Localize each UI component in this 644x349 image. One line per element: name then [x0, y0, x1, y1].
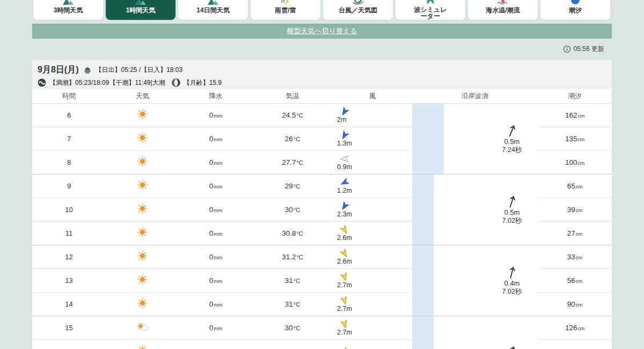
weather-menu-tab-bar: 3時間天気1時間天気14日間天気雨雲/雷台風／天気図波シミュレーター海水温/潮流…	[33, 0, 610, 20]
weather-cell	[106, 127, 179, 151]
hour-label: 14	[65, 300, 72, 308]
wave-group-cell: 0.5m7.02秒	[412, 174, 612, 245]
moon-age-label: 【月齢】15.9	[184, 78, 222, 88]
wave-height-label: 0.5m	[504, 138, 520, 146]
tab-weather-1h[interactable]: 1時間天気	[106, 0, 175, 20]
moon-phase-icon	[172, 78, 180, 87]
wind-direction-arrow	[339, 346, 350, 349]
wind-cell: 0.9m	[333, 151, 412, 174]
info-icon	[563, 45, 571, 53]
hour-cell: 6	[32, 104, 106, 127]
precip-cell: 0mm	[179, 198, 252, 222]
wave-group-cell: 0.4m7.02秒	[412, 245, 612, 316]
temp-value: 30	[285, 206, 293, 214]
column-header: 潮汐	[538, 92, 612, 101]
wave-height-label: 0.4m	[504, 280, 520, 288]
rain-radar-icon	[279, 0, 292, 6]
tab-rain-radar[interactable]: 雨雲/雷	[251, 0, 320, 20]
temp-cell: 31.2°C	[252, 245, 333, 269]
hour-cell: 8	[32, 151, 106, 174]
hour-cell: 12	[32, 245, 106, 269]
table-header-row: 時間天気降水気温風沿岸波浪潮汐	[32, 89, 612, 104]
tab-weather-14d[interactable]: 14日間天気	[178, 0, 248, 20]
hour-label: 11	[65, 229, 73, 237]
sunny-icon	[137, 251, 148, 263]
precip-unit: mm	[214, 325, 222, 331]
temp-value: 30	[285, 324, 293, 332]
wave-period-label: 7.02秒	[502, 288, 522, 295]
hour-cell: 7	[32, 127, 106, 151]
temp-unit: °C	[294, 278, 300, 284]
column-header: 天気	[106, 92, 179, 101]
precip-unit: mm	[214, 184, 222, 190]
sunny-icon	[137, 180, 148, 192]
tab-label: 雨雲/雷	[275, 7, 296, 14]
precip-cell: 0mm	[179, 222, 252, 245]
switch-to-horizontal-weather-link[interactable]: 横型天気へ切り替える	[287, 26, 357, 36]
wave-group-cell: 0.5m7.24秒	[412, 104, 612, 174]
temp-cell: 26°C	[252, 127, 333, 151]
wind-cell: 2.6m	[333, 222, 412, 245]
precip-value: 0	[209, 229, 214, 237]
wind-direction-arrow	[339, 319, 350, 330]
tab-label: 1時間天気	[126, 7, 156, 14]
wind-cell: 2.7m	[333, 316, 412, 340]
column-header: 時間	[32, 92, 106, 101]
tide-wave-icon	[38, 78, 46, 87]
precip-value: 0	[209, 206, 214, 214]
weather-cell	[106, 104, 179, 127]
temp-unit: °C	[294, 136, 300, 142]
precip-unit: mm	[214, 302, 222, 308]
weather-3h-icon	[61, 0, 75, 6]
temp-value: 30.8	[282, 229, 296, 237]
wind-speed-label: 2.7m	[337, 305, 352, 312]
hour-label: 7	[67, 135, 71, 143]
temp-value: 31.2	[282, 253, 296, 261]
wind-cell: 1.2m	[333, 174, 412, 198]
hour-label: 9	[67, 182, 71, 190]
table-body: 60mm24.5°C2m162cm70mm26°C1.3m135cm80mm27…	[32, 104, 612, 349]
hour-cell: 15	[32, 316, 106, 340]
wind-cell: 2m	[333, 104, 412, 127]
temp-unit: °C	[294, 301, 300, 308]
temp-unit: °C	[296, 159, 303, 166]
sunny-icon	[137, 274, 148, 287]
tab-wave-simulator[interactable]: 波シミュレーター	[396, 0, 465, 20]
update-time: 05:56 更新	[563, 45, 604, 54]
precip-unit: mm	[214, 278, 222, 284]
wind-speed-label: 2.7m	[337, 281, 352, 289]
wave-group-cell	[412, 316, 612, 349]
precip-cell: 0mm	[179, 340, 252, 349]
tab-label: 3時間天気	[54, 7, 83, 14]
sea-temp-icon	[496, 0, 509, 6]
tab-typhoon[interactable]: 台風／天気図	[323, 0, 393, 20]
wind-direction-arrow	[339, 272, 350, 282]
wind-cell	[333, 340, 412, 349]
weather-cell	[106, 269, 179, 293]
hour-cell: 9	[32, 174, 106, 198]
tab-label: 潮汐	[569, 7, 582, 14]
precip-unit: mm	[214, 160, 222, 166]
tab-weather-3h[interactable]: 3時間天気	[33, 0, 103, 20]
tab-sea-temp[interactable]: 海水温/潮流	[468, 0, 538, 20]
precip-value: 0	[209, 324, 214, 332]
temp-cell: 31°C	[252, 293, 333, 316]
precip-unit: mm	[214, 207, 222, 213]
weather-cell	[106, 198, 179, 222]
wind-cell: 2.7m	[333, 269, 412, 293]
precip-cell: 0mm	[179, 104, 252, 127]
weather-14d-icon	[206, 0, 220, 6]
temp-cell: 29.4°C	[252, 340, 333, 349]
precip-value: 0	[209, 111, 214, 119]
precip-unit: mm	[214, 136, 222, 142]
precip-unit: mm	[214, 255, 222, 260]
weather-cell	[106, 151, 179, 174]
wave-height-label: 0.5m	[504, 209, 520, 217]
wind-cell: 2.6m	[333, 245, 412, 269]
weather-cell	[106, 245, 179, 269]
tab-label: 波シミュレーター	[413, 6, 448, 20]
sun-cloud-icon	[136, 322, 150, 334]
tab-tide[interactable]: 潮汐	[540, 0, 610, 20]
sunrise-sunset-icon	[83, 66, 92, 74]
hour-cell: 14	[32, 293, 106, 316]
